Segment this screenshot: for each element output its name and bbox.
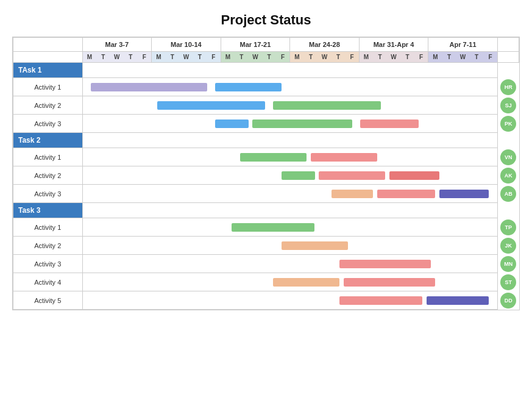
gantt-cell-t1-a1 <box>82 78 497 96</box>
activity-label: Activity 2 <box>13 96 83 115</box>
label-day-header <box>13 52 83 63</box>
gantt-cell-t1-a3 <box>82 115 497 133</box>
task-row-3: Task 3 <box>13 203 519 218</box>
activity-row-t2-a1: Activity 1VN <box>13 148 519 166</box>
week-header-Mar-24-28: Mar 24-28 <box>290 38 360 52</box>
activity-row-t2-a3: Activity 3AB <box>13 185 519 203</box>
activity-row-t3-a3: Activity 3MN <box>13 255 519 273</box>
gantt-bar-t1-a3-b2 <box>360 119 418 128</box>
gantt-cell-t3-a5 <box>82 291 497 310</box>
avatar-cell: PK <box>497 115 519 133</box>
gantt-bar-t3-a4-b1 <box>344 278 435 287</box>
avatar-ab: AB <box>500 186 516 202</box>
week-header-Mar-31-Apr-4: Mar 31-Apr 4 <box>359 38 428 52</box>
activity-label: Activity 2 <box>13 237 83 255</box>
gantt-bar-t2-a1-b0 <box>240 153 307 162</box>
avatar-pk: PK <box>500 116 516 132</box>
day-header-week-5: MTWTF <box>428 52 498 63</box>
gantt-bar-t2-a2-b1 <box>319 171 385 180</box>
activity-row-t3-a4: Activity 4ST <box>13 273 519 291</box>
avatar-hr: HR <box>500 79 516 95</box>
avatar-vn: VN <box>500 149 516 165</box>
gantt-bar-t1-a3-b0 <box>215 119 248 128</box>
activity-label: Activity 1 <box>13 78 83 96</box>
gantt-bar-t3-a5-b0 <box>339 296 422 305</box>
gantt-bar-t2-a3-b2 <box>439 190 489 198</box>
activity-label: Activity 2 <box>13 166 83 185</box>
gantt-chart: Mar 3-7Mar 10-14Mar 17-21Mar 24-28Mar 31… <box>12 37 520 310</box>
gantt-bar-t2-a3-b0 <box>332 190 373 198</box>
avatar-dd: DD <box>500 293 516 308</box>
activity-row-t1-a3: Activity 3PK <box>13 115 519 133</box>
day-header-week-3: MTWTF <box>290 52 360 63</box>
day-header-week-0: MTWTF <box>82 52 152 63</box>
gantt-bar-t1-a3-b1 <box>252 119 352 128</box>
week-header-Mar-17-21: Mar 17-21 <box>221 38 290 52</box>
activity-row-t3-a5: Activity 5DD <box>13 291 519 310</box>
gantt-bar-t3-a1-b0 <box>232 223 314 232</box>
avatar-cell: DD <box>497 291 519 310</box>
avatar-cell: JK <box>497 237 519 255</box>
avatar-cell: AK <box>497 166 519 185</box>
avatar-cell: AB <box>497 185 519 203</box>
activity-row-t3-a1: Activity 1TP <box>13 218 519 237</box>
avatar-st: ST <box>500 274 516 290</box>
avatar-sj: SJ <box>500 98 516 113</box>
avatar-ak: AK <box>500 168 516 184</box>
gantt-bar-t3-a3-b0 <box>339 260 431 268</box>
task-row-2: Task 2 <box>13 133 519 148</box>
day-header-week-1: MTWTF <box>152 52 221 63</box>
activity-label: Activity 3 <box>13 185 83 203</box>
day-header-week-2: MTWTF <box>221 52 290 63</box>
gantt-bar-t2-a2-b2 <box>389 171 439 180</box>
avatar-header <box>497 38 519 52</box>
activity-row-t3-a2: Activity 2JK <box>13 237 519 255</box>
gantt-cell-t3-a3 <box>82 255 497 273</box>
gantt-cell-t3-a2 <box>82 237 497 255</box>
avatar-cell: TP <box>497 218 519 237</box>
avatar-mn: MN <box>500 256 516 272</box>
activity-label: Activity 1 <box>13 218 83 237</box>
gantt-cell-t2-a1 <box>82 148 497 166</box>
avatar-cell: ST <box>497 273 519 291</box>
activity-label: Activity 1 <box>13 148 83 166</box>
week-header-Mar-10-14: Mar 10-14 <box>152 38 221 52</box>
activity-label: Activity 5 <box>13 291 83 310</box>
activity-row-t1-a1: Activity 1HR <box>13 78 519 96</box>
gantt-bar-t2-a3-b1 <box>377 190 435 198</box>
page-title: Project Status <box>12 12 520 28</box>
gantt-cell-t3-a4 <box>82 273 497 291</box>
gantt-bar-t1-a1-b0 <box>91 83 207 91</box>
gantt-bar-t3-a4-b0 <box>273 278 339 287</box>
day-header-week-4: MTWTF <box>359 52 428 63</box>
activity-row-t2-a2: Activity 2AK <box>13 166 519 185</box>
gantt-cell-t2-a2 <box>82 166 497 185</box>
avatar-cell: HR <box>497 78 519 96</box>
gantt-bar-t1-a1-b1 <box>215 83 282 91</box>
week-header-Apr-7-11: Apr 7-11 <box>428 38 498 52</box>
avatar-jk: JK <box>500 238 516 254</box>
avatar-cell: SJ <box>497 96 519 115</box>
avatar-tp: TP <box>500 219 516 235</box>
activity-label: Activity 3 <box>13 115 83 133</box>
activity-row-t1-a2: Activity 2SJ <box>13 96 519 115</box>
gantt-bar-t3-a5-b1 <box>427 296 489 305</box>
gantt-bar-t2-a2-b0 <box>282 171 314 180</box>
week-header-Mar-3-7: Mar 3-7 <box>82 38 152 52</box>
gantt-bar-t3-a2-b0 <box>282 241 348 250</box>
gantt-cell-t1-a2 <box>82 96 497 115</box>
gantt-cell-t2-a3 <box>82 185 497 203</box>
gantt-bar-t2-a1-b1 <box>311 153 377 162</box>
avatar-day-header <box>497 52 519 63</box>
gantt-cell-t3-a1 <box>82 218 497 237</box>
activity-label: Activity 3 <box>13 255 83 273</box>
label-header <box>13 38 83 52</box>
gantt-bar-t1-a2-b0 <box>157 101 265 110</box>
avatar-cell: MN <box>497 255 519 273</box>
activity-label: Activity 4 <box>13 273 83 291</box>
gantt-bar-t1-a2-b1 <box>273 101 381 110</box>
avatar-cell: VN <box>497 148 519 166</box>
task-row-1: TAsk 1 <box>13 63 519 78</box>
